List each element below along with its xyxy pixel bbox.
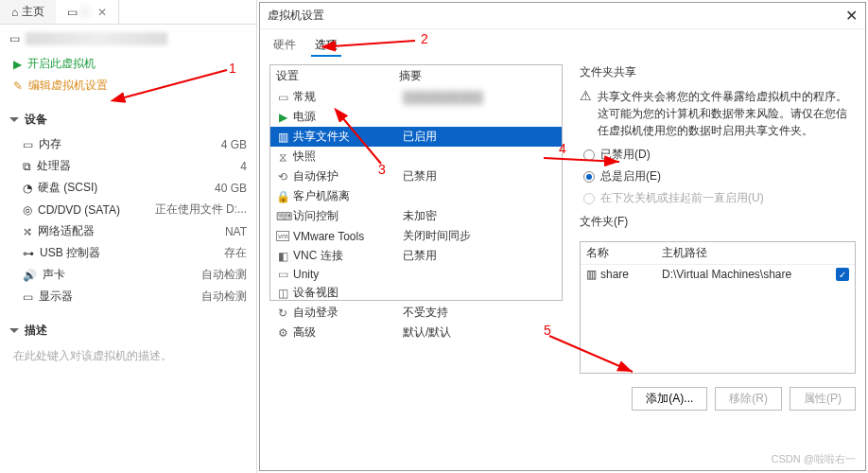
annotation-4: 4: [559, 141, 566, 156]
devices-header[interactable]: 设备: [0, 106, 256, 133]
check-icon: ✓: [836, 268, 849, 281]
device-network[interactable]: ⤭网络适配器NAT: [0, 220, 256, 242]
shared-folders-panel: 文件夹共享 ⚠ 共享文件夹会将您的文件暴露给虚拟机中的程序。这可能为您的计算机和…: [580, 64, 856, 411]
radio-always[interactable]: 总是启用(E): [583, 168, 856, 184]
device-display[interactable]: ▭显示器自动检测: [0, 286, 256, 307]
home-icon: ⌂: [11, 6, 18, 19]
disk-icon: ◔: [23, 182, 32, 195]
share-radio-group: 已禁用(D) 总是启用(E) 在下次关机或挂起前一直启用(U): [583, 147, 856, 206]
radio-disabled[interactable]: 已禁用(D): [583, 147, 856, 163]
vmtools-icon: vm: [276, 231, 289, 241]
close-button[interactable]: ✕: [845, 7, 858, 25]
warning-icon: ⚠: [580, 88, 592, 139]
annotation-3: 3: [378, 162, 386, 177]
device-cdrom[interactable]: ◎CD/DVD (SATA)正在使用文件 D:...: [0, 199, 256, 220]
row-snapshot[interactable]: ⧖快照: [270, 147, 562, 166]
description-header[interactable]: 描述: [0, 317, 256, 344]
home-tab[interactable]: ⌂ 主页: [0, 0, 56, 24]
cdrom-icon: ◎: [23, 203, 32, 217]
watermark: CSDN @啦啦右一: [772, 452, 856, 466]
caret-down-icon: [9, 117, 19, 122]
folders-label: 文件夹(F): [580, 214, 856, 230]
radio-icon: [583, 193, 595, 204]
vm-title-row: ▭: [0, 25, 256, 53]
memory-icon: ▭: [23, 138, 33, 151]
radio-icon: [583, 171, 595, 183]
usb-icon: ⊶: [23, 247, 34, 260]
folder-props-button[interactable]: 属性(P): [790, 387, 856, 411]
tab-options[interactable]: 选项: [311, 35, 341, 57]
col-folder-name: 名称: [586, 245, 662, 261]
vm-tab-icon: ▭: [67, 6, 78, 19]
close-icon[interactable]: ✕: [97, 6, 107, 19]
settings-header-row: 设置 摘要: [270, 65, 562, 87]
add-folder-button[interactable]: 添加(A)...: [632, 387, 707, 411]
left-panel: ⌂ 主页 ▭ C ✕ ▭ ▶ 开启此虚拟机 ✎ 编辑虚拟机设置 设备 ▭内存4 …: [0, 0, 257, 473]
network-icon: ⤭: [23, 225, 32, 238]
device-disk[interactable]: ◔硬盘 (SCSI)40 GB: [0, 177, 256, 199]
row-access-control[interactable]: ⌨访问控制未加密: [270, 206, 562, 226]
edit-icon: ✎: [13, 79, 23, 93]
row-vnc[interactable]: ◧VNC 连接已禁用: [270, 246, 562, 266]
vm-title-blur: [26, 32, 167, 45]
folder-name: share: [600, 268, 629, 281]
row-shared-folders[interactable]: ▥共享文件夹已启用: [270, 127, 562, 147]
row-device-view[interactable]: ◫设备视图: [270, 283, 562, 303]
start-vm-label: 开启此虚拟机: [27, 56, 95, 72]
sound-icon: 🔊: [23, 269, 37, 282]
power-icon: ▶: [276, 111, 289, 124]
annotation-5: 5: [544, 323, 551, 338]
home-tab-label: 主页: [22, 4, 44, 20]
radio-until-off[interactable]: 在下次关机或挂起前一直启用(U): [583, 190, 856, 206]
radio-icon: [583, 149, 595, 161]
share-section-title: 文件夹共享: [580, 64, 856, 80]
device-usb[interactable]: ⊶USB 控制器存在: [0, 242, 256, 264]
description-placeholder[interactable]: 在此处键入对该虚拟机的描述。: [0, 344, 256, 364]
remove-folder-button[interactable]: 移除(R): [715, 387, 782, 411]
folder-path: D:\Virtual Machines\share: [662, 268, 832, 281]
start-vm-link[interactable]: ▶ 开启此虚拟机: [0, 53, 256, 75]
display-icon: ▭: [23, 290, 33, 304]
row-vmware-tools[interactable]: vmVMware Tools关闭时间同步: [270, 226, 562, 246]
device-memory[interactable]: ▭内存4 GB: [0, 133, 256, 155]
folder-icon: ▥: [276, 131, 289, 144]
row-power[interactable]: ▶电源: [270, 107, 562, 127]
general-icon: ▭: [276, 91, 289, 104]
folder-icon: ▥: [586, 268, 597, 281]
vm-settings-dialog: 虚拟机设置 ✕ 硬件 选项 2 设置 摘要 ▭常规██████████ ▶电源 …: [259, 2, 866, 471]
autoprotect-icon: ⟲: [276, 170, 289, 184]
snapshot-icon: ⧖: [276, 150, 289, 164]
access-icon: ⌨: [276, 210, 289, 223]
dialog-tabs: 硬件 选项: [260, 29, 865, 57]
row-autoprotect[interactable]: ⟲自动保护已禁用: [270, 166, 562, 186]
dialog-body: 设置 摘要 ▭常规██████████ ▶电源 ▥共享文件夹已启用 ⧖快照 ⟲自…: [260, 57, 865, 418]
vm-tab[interactable]: ▭ C ✕: [56, 0, 119, 24]
row-unity[interactable]: ▭Unity: [270, 266, 562, 283]
vm-icon: ▭: [9, 32, 20, 45]
row-advanced[interactable]: ⚙高级默认/默认: [270, 323, 562, 342]
device-sound[interactable]: 🔊声卡自动检测: [0, 264, 256, 286]
row-general[interactable]: ▭常规██████████: [270, 87, 562, 107]
folders-list: 名称 主机路径 ▥share D:\Virtual Machines\share…: [580, 241, 856, 374]
vm-tab-label: C: [81, 6, 90, 19]
col-summary: 摘要: [399, 68, 422, 84]
play-icon: ▶: [13, 58, 22, 71]
share-warning: ⚠ 共享文件夹会将您的文件暴露给虚拟机中的程序。这可能为您的计算机和数据带来风险…: [580, 88, 856, 139]
col-setting: 设置: [276, 68, 399, 84]
edit-vm-settings-link[interactable]: ✎ 编辑虚拟机设置: [0, 75, 256, 96]
col-folder-path: 主机路径: [662, 245, 707, 261]
annotation-2: 2: [421, 31, 428, 46]
autologin-icon: ↻: [276, 307, 289, 320]
caret-down-icon: [9, 328, 19, 333]
vnc-icon: ◧: [276, 250, 289, 263]
share-warning-text: 共享文件夹会将您的文件暴露给虚拟机中的程序。这可能为您的计算机和数据带来风险。请…: [598, 88, 856, 139]
dialog-header: 虚拟机设置 ✕: [260, 3, 865, 29]
row-autologin[interactable]: ↻自动登录不受支持: [270, 303, 562, 323]
folder-item[interactable]: ▥share D:\Virtual Machines\share ✓: [581, 265, 855, 284]
device-cpu[interactable]: ⧉处理器4: [0, 155, 256, 177]
devices-header-label: 设备: [25, 112, 47, 128]
tabs-row: ⌂ 主页 ▭ C ✕: [0, 0, 256, 25]
dialog-title: 虚拟机设置: [268, 8, 324, 24]
tab-hardware[interactable]: 硬件: [269, 35, 300, 57]
row-guest-isolation[interactable]: 🔒客户机隔离: [270, 186, 562, 206]
